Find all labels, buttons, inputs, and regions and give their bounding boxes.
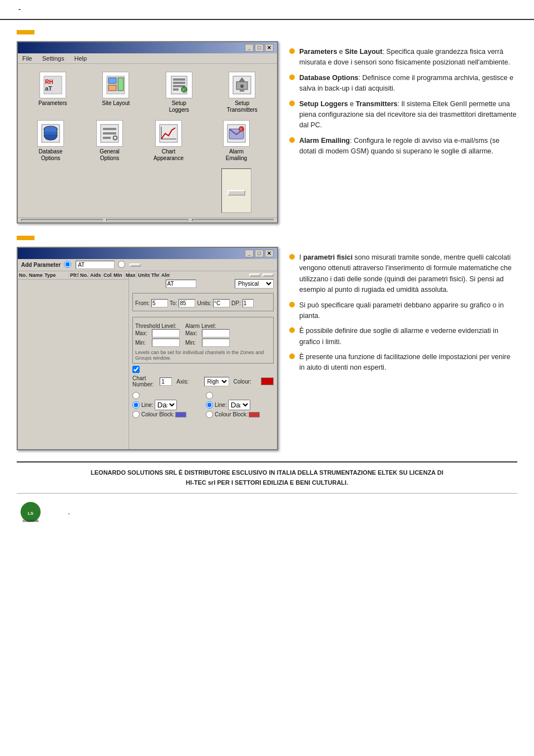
range-from-row: From: To: Units: DP: (135, 299, 271, 307)
svg-rect-5 (108, 85, 116, 91)
site-settings-dialog: _ □ ✕ File Settings Help (17, 41, 278, 223)
chart-num-input[interactable] (160, 377, 172, 386)
bullet-dot (289, 302, 295, 307)
params-toolbar: Add Parameter (18, 259, 277, 271)
icon-grid-row1: RH aT Parameters (18, 64, 277, 116)
name-input[interactable] (166, 280, 196, 288)
thresh-max-input[interactable] (152, 329, 180, 337)
icon-alarm-emailing-label: Alarm Emailing (220, 148, 253, 162)
icon-alarm-emailing[interactable]: ! Alarm Emailing (217, 118, 255, 164)
default-radio[interactable] (64, 261, 71, 268)
exit-settings-button[interactable] (228, 190, 245, 196)
thresh-min-label: Min: (135, 340, 152, 346)
alarm-colour-radio[interactable] (206, 411, 213, 418)
icon-chart-appearance[interactable]: Chart Appearance (140, 118, 197, 215)
params-main: No. Name Type Plt? No. Aids Col. Min Max… (18, 271, 277, 449)
bullet-dot (289, 101, 295, 106)
icon-setup-transmitters-label: Setup Transmitters (225, 100, 259, 113)
threshold-label: Threshold Level: (135, 323, 180, 329)
icon-site-layout[interactable]: Site Layout (86, 69, 147, 116)
levels-note: Levels can be set for individual channel… (135, 350, 271, 361)
bullet-dot (289, 74, 295, 80)
icon-setup-loggers-label: Setup Loggers (162, 100, 196, 113)
icon-setup-transmitters[interactable]: Setup Transmitters (212, 69, 273, 116)
thresh-line-radio[interactable] (132, 401, 140, 409)
svg-rect-6 (118, 78, 123, 91)
params-right-toolbar (132, 273, 274, 277)
close-button[interactable]: ✕ (265, 44, 274, 52)
page-content: _ □ ✕ File Settings Help (0, 30, 534, 450)
thresh-not-plotted-radio[interactable] (132, 392, 140, 399)
alarm-max-label: Max: (185, 330, 202, 336)
thresh-colour-block[interactable] (175, 412, 186, 417)
thresholds-plot-col: Line: Dash Solid Colour Block: (132, 391, 200, 419)
win-statusbar (18, 217, 277, 222)
custom-radio[interactable] (118, 261, 125, 268)
params-titlebar: _ □ ✕ (18, 248, 277, 259)
range-section: From: To: Units: DP: (132, 293, 274, 311)
axis-select[interactable]: Right Left (204, 377, 229, 386)
svg-rect-8 (173, 78, 185, 81)
icon-setup-loggers[interactable]: ↑ Setup Loggers (149, 69, 210, 116)
default-value-input[interactable] (76, 261, 115, 269)
maximize-button[interactable]: □ (255, 44, 264, 52)
bullet-setup: Setup Loggers e Transmitters: Il sistema… (289, 99, 517, 131)
icon-general-options[interactable]: General Options (81, 118, 138, 215)
from-label: From: (135, 300, 150, 306)
name-field-row: Physical Calculated (132, 279, 274, 289)
alarm-max-input[interactable] (202, 329, 230, 337)
chart-num-label: Chart Number: (132, 375, 157, 387)
section10-content: _ □ ✕ Add Parameter (17, 247, 517, 450)
menu-help[interactable]: Help (72, 54, 89, 62)
menu-settings[interactable]: Settings (40, 54, 67, 62)
thresh-max-label: Max: (135, 330, 152, 336)
type-select[interactable]: Physical Calculated (235, 279, 274, 289)
units-input[interactable] (213, 299, 230, 307)
thresh-colour-radio[interactable] (132, 411, 140, 418)
bullet-grafico: Si può specificare quali parametri debba… (289, 300, 517, 322)
params-maximize[interactable]: □ (255, 250, 264, 257)
alarm-min-input[interactable] (202, 339, 230, 347)
thresh-line-row: Line: Dash Solid (132, 400, 200, 410)
chart-number-row: Chart Number: Axis: Right Left Colour: (132, 375, 274, 387)
doc-title: - (17, 4, 23, 14)
colour-picker[interactable] (261, 377, 274, 385)
params-table-header: No. Name Type Plt? No. Aids Col. Min Max… (18, 271, 128, 280)
params-close[interactable]: ✕ (265, 250, 274, 257)
params-table: No. Name Type Plt? No. Aids Col. Min Max… (18, 271, 129, 449)
icon-grid-row2: Database Options (22, 118, 197, 215)
icon-database-options[interactable]: Database Options (22, 118, 79, 215)
alarm-max-row: Max: (185, 329, 230, 337)
params-rows (18, 280, 128, 449)
svg-text:LS: LS (28, 511, 34, 516)
dp-input[interactable] (243, 299, 254, 307)
delete-from-defaults-button[interactable] (263, 273, 274, 277)
icon-site-layout-label: Site Layout (102, 100, 130, 107)
menu-file[interactable]: File (20, 54, 34, 62)
svg-rect-11 (173, 88, 179, 91)
alarm-plot-col: Line: Dash Solid Colour Block: (206, 391, 274, 419)
icon-parameters[interactable]: RH aT Parameters (22, 69, 83, 116)
page-footer: LEONARDO SOLUTIONS SRL È DISTRIBUTORE ES… (17, 461, 517, 529)
bullet-fisici: I parametri fisici sono misurati tramite… (289, 252, 517, 296)
icon-general-options-label: General Options (93, 148, 126, 162)
display-param-label (132, 368, 140, 374)
add-to-defaults-button[interactable] (249, 273, 260, 277)
footer-contact: - (65, 509, 73, 519)
footer-bottom: LS SOLUTIONS - (17, 493, 517, 529)
params-minimize[interactable]: _ (245, 250, 254, 257)
alarm-line-radio[interactable] (206, 401, 213, 409)
add-parameter-button[interactable] (130, 263, 141, 267)
to-input[interactable] (179, 299, 195, 307)
from-input[interactable] (151, 299, 168, 307)
alarm-line-select[interactable]: Dash Solid (228, 400, 250, 410)
thresh-line-select[interactable]: Dash Solid (155, 400, 177, 410)
thresh-min-input[interactable] (152, 339, 180, 347)
icon-database-options-label: Database Options (34, 148, 67, 162)
svg-text:↑: ↑ (182, 88, 185, 92)
alarm-colour-block[interactable] (249, 412, 260, 417)
alarm-not-plotted-radio[interactable] (206, 392, 213, 399)
minimize-button[interactable]: _ (245, 44, 254, 52)
display-param-checkbox[interactable] (132, 366, 140, 373)
svg-text:RH: RH (45, 79, 53, 85)
